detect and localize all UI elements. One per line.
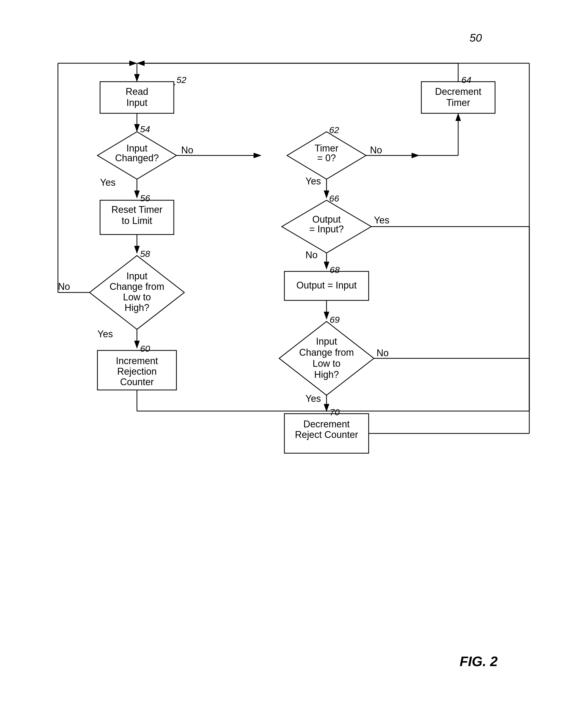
decrement-timer-label-1: Decrement — [435, 86, 482, 97]
output-input-label-1: Output — [312, 214, 341, 225]
input-change-1-label-4: High? — [125, 302, 149, 313]
yes-label-66: Yes — [374, 215, 390, 226]
input-change-2-label-3: Low to — [313, 358, 340, 369]
ref-64: 64 — [461, 75, 471, 85]
ref-52: 52 — [177, 75, 186, 85]
ref-68: 68 — [330, 265, 340, 275]
no-label-54: No — [181, 145, 193, 155]
no-label-58: No — [58, 281, 70, 292]
fig-label: FIG. 2 — [460, 653, 498, 669]
timer-zero-label-2: = 0? — [317, 153, 336, 164]
input-changed-label-2: Changed? — [115, 153, 159, 164]
increment-rejection-label-2: Rejection — [117, 366, 157, 377]
no-label-69: No — [376, 348, 389, 358]
yes-label-54: Yes — [100, 177, 116, 188]
flowchart-svg: text { font-family: Arial, sans-serif; f… — [37, 42, 550, 669]
output-assign-label: Output = Input — [296, 280, 357, 291]
ref-66: 66 — [329, 194, 339, 203]
timer-zero-label-1: Timer — [315, 143, 339, 154]
no-label-66: No — [305, 249, 317, 260]
read-input-label-2: Input — [126, 97, 148, 108]
no-label-62: No — [370, 145, 382, 155]
diagram-container: 50 text { font-family: Arial, sans-serif… — [37, 32, 550, 677]
ref-58: 58 — [140, 249, 150, 259]
ref-69: 69 — [330, 315, 340, 325]
decrement-timer-label-2: Timer — [446, 97, 470, 108]
yes-label-58: Yes — [97, 329, 113, 340]
input-change-2-label-1: Input — [316, 336, 337, 347]
decrement-reject-label-2: Reject Counter — [295, 429, 358, 440]
ref-56: 56 — [140, 193, 150, 203]
input-change-1-label-3: Low to — [123, 292, 151, 302]
input-change-2-label-4: High? — [314, 369, 339, 380]
reset-timer-label-2: to Limit — [122, 215, 152, 226]
ref-62: 62 — [329, 125, 339, 135]
input-change-1-label-2: Change from — [110, 281, 164, 292]
ref-70: 70 — [330, 407, 340, 417]
yes-label-62: Yes — [305, 176, 321, 186]
svg-line-0 — [174, 84, 175, 85]
yes-label-69: Yes — [305, 393, 321, 404]
ref-60: 60 — [140, 344, 150, 354]
input-changed-label-1: Input — [126, 143, 148, 154]
decrement-reject-label-1: Decrement — [303, 419, 350, 430]
input-change-1-label-1: Input — [126, 271, 148, 282]
input-change-2-label-2: Change from — [299, 347, 354, 358]
ref-54: 54 — [140, 124, 150, 134]
reset-timer-label-1: Reset Timer — [112, 204, 162, 215]
increment-rejection-label-1: Increment — [116, 355, 158, 366]
output-input-label-2: = Input? — [309, 224, 344, 235]
increment-rejection-label-3: Counter — [120, 377, 154, 387]
read-input-label-1: Read — [126, 86, 148, 97]
